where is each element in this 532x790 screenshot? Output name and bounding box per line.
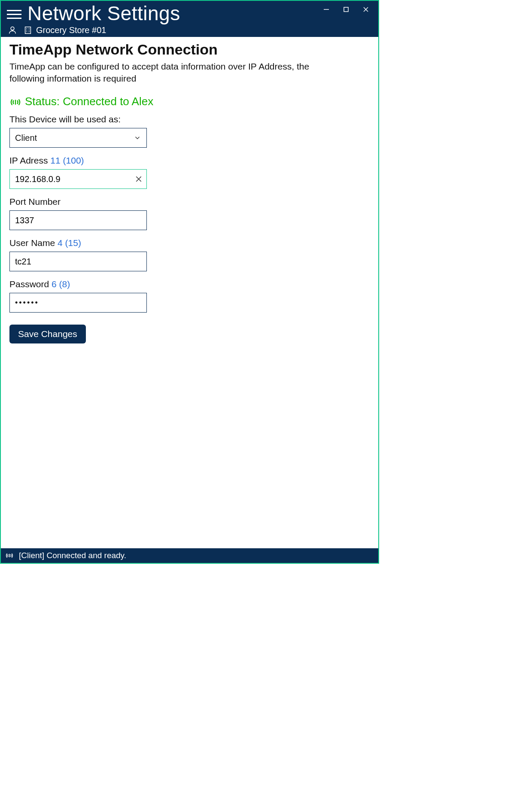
svg-rect-1	[344, 7, 348, 12]
device-label: This Device will be used as:	[9, 114, 370, 125]
username-input[interactable]	[15, 252, 141, 271]
svg-point-4	[11, 27, 14, 30]
signal-icon	[5, 551, 14, 560]
building-icon	[23, 25, 33, 35]
password-label: Password	[9, 279, 49, 289]
username-input-wrapper	[9, 252, 147, 271]
page-description: TimeApp can be configured to accept data…	[9, 61, 327, 85]
ip-address-input[interactable]	[15, 170, 141, 188]
app-window: Network Settings Grocery Stor	[0, 0, 379, 564]
user-counter: 4 (15)	[58, 238, 81, 248]
port-input-wrapper	[9, 210, 147, 230]
maximize-button[interactable]	[336, 3, 356, 15]
ip-label: IP Adress	[9, 155, 48, 165]
status-text: Status: Connected to Alex	[25, 95, 153, 108]
port-input[interactable]	[15, 211, 141, 230]
password-input-wrapper[interactable]: ••••••	[9, 293, 147, 313]
ip-address-input-wrapper	[9, 169, 147, 189]
svg-rect-5	[25, 27, 31, 34]
clear-input-icon[interactable]	[135, 176, 142, 182]
user-label: User Name	[9, 238, 55, 248]
signal-icon	[9, 96, 21, 107]
status-bar: [Client] Connected and ready.	[1, 548, 378, 563]
user-label-row: User Name 4 (15)	[9, 238, 370, 248]
password-counter: 6 (8)	[52, 279, 70, 289]
password-label-row: Password 6 (8)	[9, 279, 370, 289]
location-selector[interactable]: Grocery Store #01	[23, 25, 106, 35]
app-title: Network Settings	[27, 3, 180, 24]
password-masked: ••••••	[15, 298, 39, 307]
chevron-down-icon	[134, 134, 141, 142]
location-label: Grocery Store #01	[36, 25, 106, 35]
page-content: TimeApp Network Connection TimeApp can b…	[1, 37, 378, 548]
close-button[interactable]	[356, 3, 376, 15]
ip-counter: 11 (100)	[50, 155, 84, 165]
port-label: Port Number	[9, 197, 370, 207]
ip-label-row: IP Adress 11 (100)	[9, 155, 370, 166]
device-role-value: Client	[15, 133, 37, 143]
minimize-button[interactable]	[316, 3, 336, 15]
page-heading: TimeApp Network Connection	[9, 41, 370, 58]
statusbar-text: [Client] Connected and ready.	[19, 551, 126, 560]
save-changes-button[interactable]: Save Changes	[9, 325, 86, 343]
hamburger-menu-button[interactable]	[7, 7, 21, 21]
user-icon[interactable]	[8, 25, 17, 35]
window-controls	[316, 3, 376, 15]
device-role-select[interactable]: Client	[9, 128, 147, 148]
connection-status: Status: Connected to Alex	[9, 95, 370, 108]
